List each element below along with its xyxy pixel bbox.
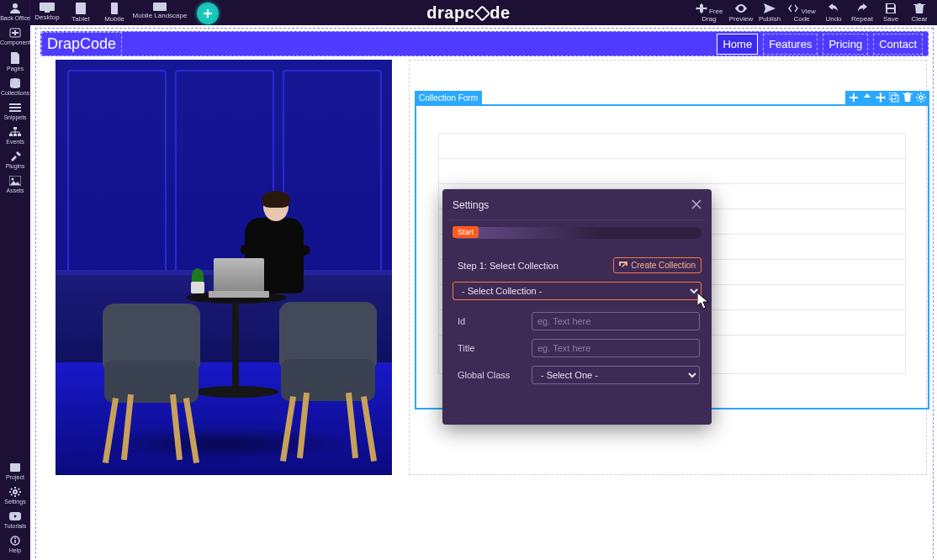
brand-diamond-icon	[474, 5, 490, 22]
wizard-progress: Start	[453, 227, 701, 239]
code-icon	[787, 3, 799, 13]
select-collection-dropdown[interactable]: - Select Collection -	[453, 282, 701, 300]
publish-button[interactable]: Publish	[755, 3, 784, 23]
svg-rect-2	[76, 3, 86, 14]
nav-pricing[interactable]: Pricing	[823, 34, 868, 55]
plus-square-icon	[9, 28, 21, 38]
svg-rect-0	[40, 3, 55, 11]
svg-point-22	[13, 490, 17, 494]
undo-label: Undo	[825, 15, 841, 23]
id-field[interactable]	[532, 312, 700, 330]
trash-icon	[913, 3, 925, 13]
add-button[interactable]	[197, 3, 219, 24]
database-icon	[9, 78, 21, 88]
rail-collections[interactable]: Collections	[0, 75, 30, 99]
app-brand: drapc de	[426, 3, 510, 23]
rail-plugins[interactable]: Plugins	[0, 148, 30, 172]
create-collection-button[interactable]: Create Collection	[613, 257, 701, 273]
rail-project-label: Project	[6, 474, 24, 480]
device-mobile-landscape[interactable]: Mobile Landscape	[131, 2, 188, 19]
device-tablet[interactable]: Tablet	[64, 2, 98, 23]
rail-help[interactable]: Help	[0, 532, 30, 557]
mouse-cursor-icon	[697, 293, 709, 309]
svg-rect-15	[13, 127, 17, 129]
global-class-label: Global Class	[458, 370, 525, 380]
plus-icon	[202, 8, 214, 19]
settings-icon[interactable]	[916, 92, 926, 103]
user-tie-icon	[9, 3, 21, 13]
step1-label: Step 1: Select Collection	[458, 261, 558, 271]
move-icon[interactable]	[876, 92, 886, 103]
eye-icon	[735, 3, 747, 13]
add-icon[interactable]	[849, 92, 859, 103]
svg-rect-4	[153, 3, 167, 11]
delete-icon[interactable]	[903, 92, 913, 103]
global-class-dropdown[interactable]: - Select One -	[532, 366, 700, 384]
project-icon	[9, 462, 21, 473]
title-label: Title	[458, 343, 525, 353]
create-collection-label: Create Collection	[631, 261, 696, 270]
nav-home[interactable]: Home	[717, 34, 758, 55]
free-drag-button[interactable]: Free Drag	[691, 3, 727, 23]
rail-tutorials-label: Tutorials	[4, 523, 27, 529]
repeat-button[interactable]: Repeat	[848, 3, 876, 23]
free-drag-icon	[696, 3, 707, 13]
rail-events[interactable]: Events	[0, 124, 30, 148]
navbar-brand[interactable]: DrapCode	[41, 32, 122, 56]
device-mobile[interactable]: Mobile	[98, 2, 131, 23]
topbar-right: Free Drag Preview Publish View Code Undo…	[691, 3, 934, 23]
rail-snippets[interactable]: Snippets	[0, 99, 30, 124]
svg-rect-17	[13, 134, 17, 136]
youtube-icon	[9, 511, 21, 521]
rail-tutorials[interactable]: Tutorials	[0, 508, 30, 532]
element-tag: Collection Form	[415, 91, 482, 105]
brand-suffix: de	[490, 3, 510, 23]
rail-assets[interactable]: Assets	[0, 172, 30, 197]
rail-collections-label: Collections	[1, 90, 29, 96]
undo-icon	[828, 3, 839, 13]
svg-point-7	[13, 3, 18, 8]
rail-components-label: Components	[0, 40, 34, 45]
rail-assets-label: Assets	[6, 188, 24, 193]
gear-icon	[9, 487, 21, 497]
nav-features[interactable]: Features	[763, 34, 818, 55]
preview-button[interactable]: Preview	[727, 3, 755, 23]
view-code-button[interactable]: View Code	[784, 3, 819, 23]
title-field[interactable]	[532, 339, 700, 357]
device-desktop-label: Desktop	[34, 13, 59, 21]
select-parent-icon[interactable]	[862, 92, 872, 103]
close-icon	[691, 199, 701, 209]
list-icon	[9, 103, 21, 113]
element-toolbar	[845, 91, 929, 104]
close-button[interactable]	[691, 198, 701, 213]
rail-pages[interactable]: Pages	[0, 49, 30, 75]
rail-components[interactable]: Components	[0, 24, 30, 49]
svg-rect-28	[850, 97, 858, 98]
canvas[interactable]: DrapCode Home Features Pricing Contact C…	[30, 25, 937, 560]
redo-icon	[856, 3, 868, 13]
sitemap-icon	[9, 127, 21, 137]
hero-image[interactable]	[56, 60, 392, 475]
publish-label: Publish	[759, 15, 781, 23]
svg-rect-1	[45, 11, 50, 13]
clear-button[interactable]: Clear	[905, 3, 934, 23]
navbar-menu: Home Features Pricing Contact	[717, 34, 928, 55]
device-desktop[interactable]: Desktop	[30, 2, 64, 21]
topbar: Desktop Tablet Mobile Mobile Landscape d…	[0, 0, 937, 25]
copy-icon[interactable]	[889, 92, 899, 103]
rail-settings[interactable]: Settings	[0, 483, 30, 508]
svg-point-20	[12, 178, 14, 181]
save-button[interactable]: Save	[876, 3, 905, 23]
svg-point-11	[10, 78, 20, 82]
svg-rect-26	[14, 538, 16, 540]
svg-rect-21	[10, 463, 20, 472]
preview-navbar[interactable]: DrapCode Home Features Pricing Contact	[40, 31, 929, 56]
rail-back-office[interactable]: Back Office	[0, 0, 30, 24]
rail-project[interactable]: Project	[0, 459, 30, 483]
rail-plugins-label: Plugins	[6, 163, 25, 169]
save-icon	[885, 3, 897, 13]
device-tablet-label: Tablet	[71, 15, 89, 23]
nav-contact[interactable]: Contact	[873, 34, 923, 55]
svg-point-31	[919, 96, 923, 99]
undo-button[interactable]: Undo	[819, 3, 848, 23]
